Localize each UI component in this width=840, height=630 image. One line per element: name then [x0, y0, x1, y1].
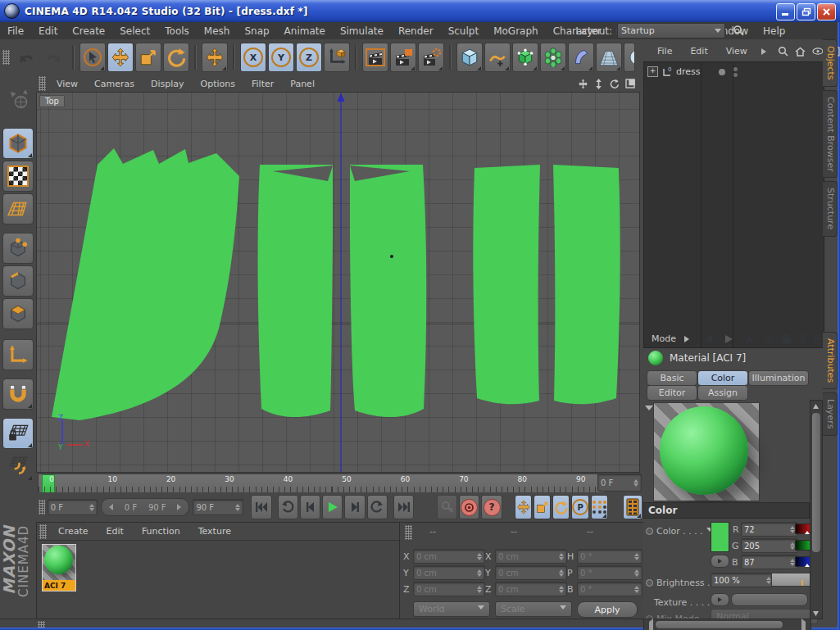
attributes-horizontal-scrollbar[interactable]	[643, 619, 811, 630]
attributes-vertical-scrollbar[interactable]	[810, 400, 823, 619]
record-key-button[interactable]	[437, 495, 457, 519]
size-z-field[interactable]: 0 cm	[495, 582, 567, 596]
objects-menu-view[interactable]: View	[717, 46, 756, 57]
deformer-bend-button[interactable]	[568, 43, 594, 72]
coords-grip[interactable]	[405, 525, 412, 540]
range-right-icon[interactable]	[177, 504, 184, 510]
menu-select[interactable]: Select	[112, 25, 157, 37]
search-icon[interactable]	[763, 333, 774, 344]
sky-object-button[interactable]	[624, 43, 635, 72]
viewport-menu-cameras[interactable]: Cameras	[86, 79, 143, 89]
g-value-field[interactable]: 205	[741, 538, 798, 553]
texture-mode-button[interactable]	[2, 161, 34, 192]
color-swatch[interactable]	[711, 522, 729, 552]
dock-tab-content-browser[interactable]: Content Browser	[823, 90, 838, 179]
floor-environment-button[interactable]	[596, 43, 622, 72]
edges-mode-button[interactable]	[2, 265, 34, 297]
viewport-menu-filter[interactable]: Filter	[243, 79, 282, 89]
viewport-menu-view[interactable]: View	[48, 79, 86, 89]
brightness-field[interactable]: 100 %	[711, 573, 774, 587]
menu-animate[interactable]: Animate	[277, 25, 333, 37]
key-position-button[interactable]	[515, 495, 532, 519]
viewport-grip[interactable]	[39, 76, 46, 91]
brightness-slider[interactable]	[771, 573, 810, 587]
pos-z-field[interactable]: 0 cm	[413, 582, 485, 596]
key-parameter-button[interactable]: P	[571, 495, 589, 519]
timeline-ruler[interactable]: 0102030405060708090	[38, 474, 605, 493]
viewport-rotate-icon[interactable]	[609, 79, 620, 89]
size-y-field[interactable]: 0 cm	[495, 565, 567, 580]
subdivision-surface-button[interactable]	[512, 43, 538, 72]
size-x-field[interactable]: 0 cm	[495, 549, 567, 564]
restore-button[interactable]	[797, 3, 815, 20]
search-icon[interactable]	[733, 25, 745, 37]
stepper-icon[interactable]	[633, 477, 638, 489]
expand-icon[interactable]	[647, 66, 658, 77]
parent-object-icon[interactable]	[745, 334, 754, 344]
goto-end-button[interactable]	[393, 495, 414, 519]
color-mode-button[interactable]	[711, 555, 729, 568]
pos-x-field[interactable]: 0 cm	[413, 549, 485, 564]
workplane-mode-button[interactable]	[2, 193, 34, 224]
start-frame-field[interactable]: 0 F	[48, 499, 98, 515]
viewport-zoom-icon[interactable]	[594, 79, 603, 89]
object-row-dress[interactable]: 0 dress	[647, 66, 738, 77]
dress-pattern-piece-3[interactable]	[350, 165, 426, 417]
size-mode-select[interactable]: Scale	[495, 601, 572, 617]
close-button[interactable]	[817, 3, 836, 20]
lock-y-axis-button[interactable]: Y	[268, 43, 294, 72]
menu-sculpt[interactable]: Sculpt	[441, 25, 486, 37]
render-view-button[interactable]	[362, 43, 388, 72]
menu-snap[interactable]: Snap	[237, 25, 276, 37]
home-icon[interactable]	[795, 47, 806, 57]
history-forward-icon[interactable]	[724, 334, 735, 344]
objects-menu-file[interactable]: File	[648, 46, 681, 57]
minimize-button[interactable]	[776, 3, 795, 20]
keyframe-help-button[interactable]: ?	[481, 495, 502, 519]
r-value-field[interactable]: 72	[741, 522, 798, 537]
scroll-right-icon[interactable]	[801, 622, 809, 630]
g-gradient-slider[interactable]	[795, 540, 810, 551]
vertical-scroll-thumb[interactable]	[811, 412, 821, 553]
key-scale-button[interactable]	[534, 495, 551, 519]
tab-color[interactable]: Color	[697, 370, 748, 386]
lock-workplane-button[interactable]	[2, 418, 34, 449]
editor-visibility-dot[interactable]	[719, 69, 725, 75]
dress-pattern-piece-5[interactable]	[553, 165, 620, 404]
next-key-button[interactable]	[367, 495, 388, 519]
menu-mesh[interactable]: Mesh	[197, 25, 238, 37]
polygons-mode-button[interactable]	[2, 298, 34, 329]
next-frame-button[interactable]	[344, 495, 365, 519]
previous-frame-button[interactable]	[300, 495, 320, 519]
play-button[interactable]	[322, 495, 343, 519]
menu-file[interactable]: File	[0, 25, 31, 37]
dress-pattern-piece-2[interactable]	[258, 165, 333, 417]
animation-dot-icon[interactable]	[646, 528, 653, 535]
autokey-button[interactable]	[459, 495, 479, 519]
transport-grip[interactable]	[39, 500, 45, 514]
material-grip[interactable]	[39, 524, 47, 539]
menu-simulate[interactable]: Simulate	[333, 25, 391, 37]
key-rotation-button[interactable]	[552, 495, 570, 519]
end-frame-field[interactable]: 90 F	[193, 499, 243, 515]
undo-button[interactable]	[13, 43, 39, 72]
menu-tools[interactable]: Tools	[157, 25, 197, 37]
rot-h-field[interactable]: 0 °	[577, 549, 642, 564]
model-mode-button[interactable]	[2, 128, 34, 159]
lock-x-axis-button[interactable]: X	[240, 43, 266, 72]
coordinate-system-select[interactable]: World	[413, 601, 490, 617]
material-menu-function[interactable]: Function	[133, 526, 189, 537]
link-icon[interactable]	[799, 333, 806, 345]
render-settings-button[interactable]	[418, 43, 444, 72]
viewport-pan-icon[interactable]	[578, 79, 588, 89]
dock-tab-structure[interactable]: Structure	[823, 181, 838, 236]
viewport-menu-options[interactable]: Options	[193, 79, 243, 89]
rot-b-field[interactable]: 0 °	[577, 582, 642, 596]
keying-selection-button[interactable]	[591, 495, 608, 519]
preview-expander-icon[interactable]	[645, 406, 653, 415]
convert-mode-button[interactable]	[2, 84, 34, 115]
previous-key-button[interactable]	[278, 495, 298, 519]
material-preview[interactable]	[653, 402, 760, 501]
menu-edit[interactable]: Edit	[31, 25, 65, 37]
mograph-array-button[interactable]	[540, 43, 566, 72]
